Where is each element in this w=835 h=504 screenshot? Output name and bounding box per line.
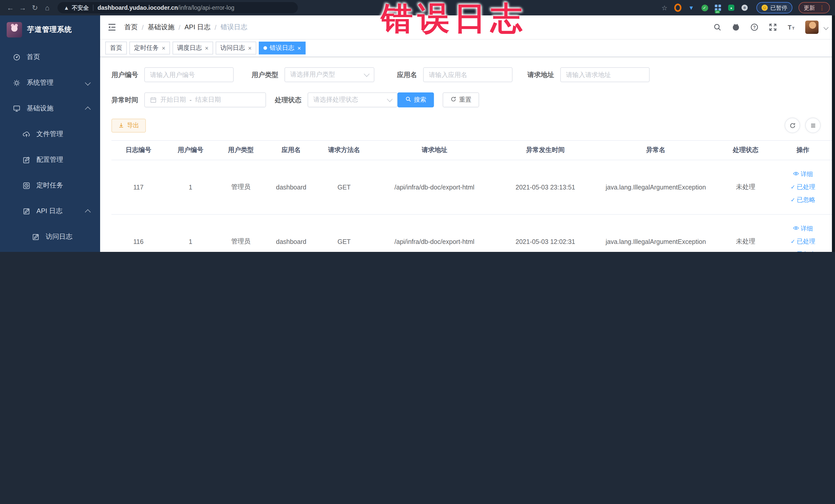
active-tab-dot [263,46,267,50]
github-icon[interactable] [731,23,740,32]
tab-访问日志[interactable]: 访问日志× [216,42,256,55]
filter-field-用户类型: 用户类型请选择用户类型 [251,67,374,82]
tab-label: 定时任务 [134,44,159,53]
breadcrumb-item[interactable]: API 日志 [185,23,210,32]
sidebar-item-label: 配置管理 [37,155,63,164]
action-link-label: 已处理 [797,183,815,191]
tab-label: 访问日志 [220,44,245,53]
view-icon [793,170,799,178]
reset-button[interactable]: 重置 [443,93,479,107]
tab-定时任务[interactable]: 定时任务× [129,42,170,55]
filter-label: 用户编号 [111,70,138,79]
app-header: 首页/基础设施/API 日志/错误日志 ? [100,15,835,40]
action-link-label: 已处理 [797,237,815,246]
export-button[interactable]: 导出 [111,118,146,132]
check-icon: ✓ [791,239,795,244]
address-bar[interactable]: ▲ 不安全 dashboard.yudao.iocoder.cn /infra/… [58,2,298,13]
extension-green-check-icon[interactable]: ✓ [701,4,708,11]
extension-orange-icon[interactable] [674,4,681,11]
sidebar-item-label: 文件管理 [37,129,63,139]
search-button[interactable]: 搜索 [398,93,434,107]
tab-close-icon[interactable]: × [205,45,208,51]
breadcrumb: 首页/基础设施/API 日志/错误日志 [124,23,247,32]
tab-首页[interactable]: 首页 [105,42,127,55]
cell-异常发生时间: 2021-05-03 12:02:31 [497,238,594,245]
tab-调度日志[interactable]: 调度日志× [172,42,213,55]
browser-scrollbar[interactable] [832,15,835,252]
help-icon[interactable]: ? [750,23,758,32]
处理状态-select[interactable]: 请选择处理状态 [307,93,398,107]
browser-forward-icon[interactable]: → [18,0,28,15]
browser-toolbar: ← → ↻ ⌂ ▲ 不安全 dashboard.yudao.iocoder.cn… [0,0,835,15]
action-link-已处理[interactable]: ✓已处理 [791,183,815,191]
filter-field-异常时间: 异常时间开始日期-结束日期 [111,93,266,107]
update-button-label: 更新 [804,4,815,12]
sidebar-item-错误日志[interactable]: 错误日志 [0,249,100,252]
column-header-用户编号: 用户编号 [165,146,216,155]
sidebar-item-API-日志[interactable]: API 日志 [0,198,100,224]
table-body: 1171管理员dashboardGET/api/infra/db-doc/exp… [111,160,832,252]
user-avatar[interactable] [805,21,819,34]
extension-puzzle-icon[interactable]: ✱ [741,4,748,11]
异常时间-daterange-picker[interactable]: 开始日期-结束日期 [144,93,266,107]
breadcrumb-item[interactable]: 首页 [124,23,138,32]
extension-grid-icon[interactable]: on [714,4,721,11]
refresh-icon[interactable] [785,118,800,133]
action-link-已忽略[interactable]: ✓已忽略 [791,250,815,252]
bookmark-star-icon[interactable]: ☆ [661,4,668,11]
paused-badge[interactable]: ☺ 已暂停 [756,2,792,13]
cell-操作: 详细✓已处理✓已忽略 [773,224,832,252]
请求地址-input[interactable] [561,67,650,82]
用户编号-input[interactable] [144,67,233,82]
action-link-详细[interactable]: 详细 [793,224,813,233]
tab-close-icon[interactable]: × [297,45,301,51]
应用名-input[interactable] [423,67,512,82]
sidebar-item-label: 定时任务 [37,181,63,190]
browser-reload-icon[interactable]: ↻ [30,0,40,15]
sidebar-item-文件管理[interactable]: 文件管理 [0,121,100,147]
cell-异常名: java.lang.IllegalArgumentException [594,184,718,191]
url-host: dashboard.yudao.iocoder.cn [98,5,178,11]
column-header-请求地址: 请求地址 [372,146,497,155]
avatar-caret-down-icon[interactable] [823,25,829,30]
tab-close-icon[interactable]: × [162,45,165,51]
update-button[interactable]: 更新 ⋮ [798,2,830,13]
row-actions: 详细✓已处理✓已忽略 [775,224,830,252]
browser-home-icon[interactable]: ⌂ [42,0,53,15]
action-link-详细[interactable]: 详细 [793,170,813,179]
extension-green-square-icon[interactable]: ● [728,4,735,11]
sidebar-item-基础设施[interactable]: 基础设施 [0,96,100,121]
sidebar-item-配置管理[interactable]: 配置管理 [0,147,100,173]
font-size-icon[interactable]: TT [787,23,795,32]
column-header-日志编号: 日志编号 [111,146,165,155]
sidebar-item-首页[interactable]: 首页 [0,44,100,70]
search-icon[interactable] [713,23,721,32]
api-log-icon [22,207,30,215]
column-header-处理状态: 处理状态 [718,146,773,155]
sidebar-item-定时任务[interactable]: 定时任务 [0,173,100,198]
cell-日志编号: 117 [111,184,165,191]
action-link-已处理[interactable]: ✓已处理 [791,237,815,246]
column-settings-icon[interactable] [805,118,821,133]
browser-back-icon[interactable]: ← [5,0,15,15]
用户类型-select[interactable]: 请选择用户类型 [284,67,374,82]
app-logo-row[interactable]: 芋道管理系统 [0,15,100,44]
app-title: 芋道管理系统 [27,25,72,35]
tab-错误日志[interactable]: 错误日志× [259,42,305,55]
sidebar-item-访问日志[interactable]: 访问日志 [0,224,100,249]
kebab-menu-icon: ⋮ [819,4,825,11]
extension-shield-icon[interactable]: ▼ [688,4,695,11]
check-icon: ✓ [791,184,795,190]
tab-close-icon[interactable]: × [248,45,251,51]
breadcrumb-item[interactable]: 基础设施 [148,23,174,32]
reset-icon [450,96,457,104]
action-link-已忽略[interactable]: ✓已忽略 [791,196,815,204]
sidebar-item-系统管理[interactable]: 系统管理 [0,70,100,96]
fullscreen-icon[interactable] [768,23,777,32]
filter-row: 异常时间开始日期-结束日期处理状态请选择处理状态搜索重置 [111,93,835,107]
cell-请求地址: /api/infra/db-doc/export-html [372,238,497,245]
sidebar-fold-icon[interactable] [107,23,117,32]
table-toolbar: 导出 [111,118,835,133]
filter-label: 请求地址 [528,70,554,79]
filter-field-用户编号: 用户编号 [111,67,233,82]
